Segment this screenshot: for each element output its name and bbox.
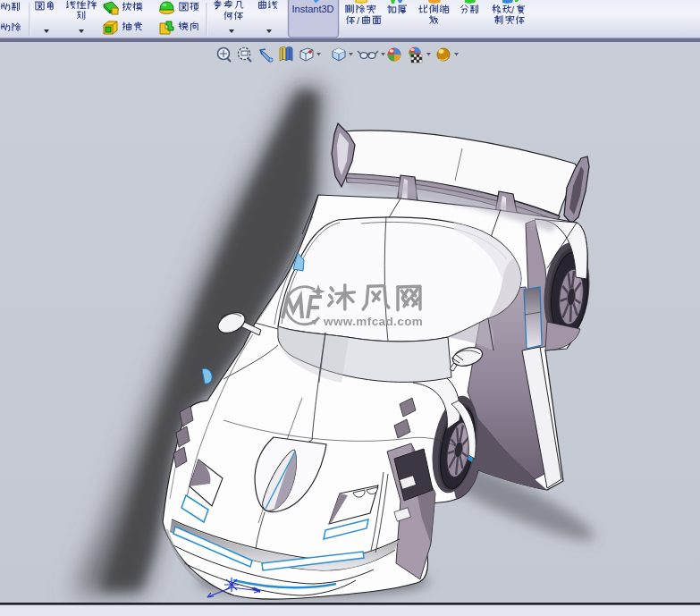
svg-text:Instant3D: Instant3D bbox=[291, 4, 333, 14]
svg-text:www.mfcad.com: www.mfcad.com bbox=[323, 315, 423, 328]
